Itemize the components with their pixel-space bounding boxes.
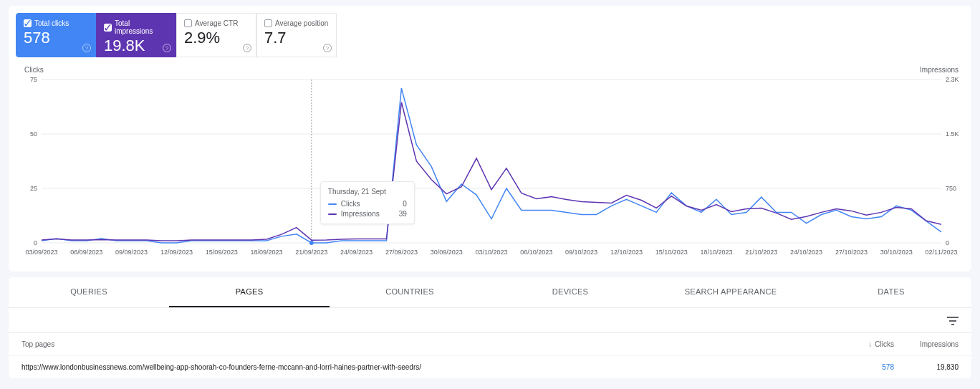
metric-label: Average CTR — [195, 19, 238, 27]
svg-text:06/09/2023: 06/09/2023 — [70, 249, 102, 256]
svg-text:18/10/2023: 18/10/2023 — [700, 249, 732, 256]
performance-chart[interactable]: 0025750501.5K752.3K03/09/202306/09/20230… — [21, 74, 967, 259]
svg-text:03/09/2023: 03/09/2023 — [25, 249, 57, 256]
help-icon[interactable]: ? — [163, 44, 171, 52]
filter-icon[interactable] — [947, 317, 959, 328]
metric-value: 578 — [24, 30, 88, 46]
svg-text:15/10/2023: 15/10/2023 — [655, 249, 688, 256]
tab-dates[interactable]: DATES — [811, 277, 971, 307]
svg-text:06/10/2023: 06/10/2023 — [520, 249, 552, 256]
checkbox-icon — [264, 19, 272, 27]
tab-countries[interactable]: COUNTRIES — [330, 277, 490, 307]
svg-text:24/09/2023: 24/09/2023 — [340, 249, 373, 256]
column-header-impressions[interactable]: Impressions — [894, 340, 959, 348]
column-header-page: Top pages — [21, 340, 830, 348]
svg-text:0: 0 — [946, 239, 949, 246]
svg-text:09/09/2023: 09/09/2023 — [115, 249, 148, 256]
svg-text:03/10/2023: 03/10/2023 — [475, 249, 507, 256]
sort-desc-icon: ↓ — [868, 340, 872, 348]
impressions-swatch-icon — [328, 213, 337, 215]
tooltip-clicks-value: 0 — [403, 200, 407, 208]
tooltip-impr-label: Impressions — [341, 210, 380, 218]
svg-text:30/09/2023: 30/09/2023 — [431, 249, 463, 256]
svg-text:21/09/2023: 21/09/2023 — [295, 249, 327, 256]
tab-search-appearance[interactable]: SEARCH APPEARANCE — [650, 277, 811, 307]
tooltip-date: Thursday, 21 Sept — [328, 188, 407, 196]
svg-text:24/10/2023: 24/10/2023 — [790, 249, 822, 256]
metric-label: Average position — [275, 19, 328, 27]
metric-average-position[interactable]: Average position 7.7 ? — [256, 13, 337, 57]
metric-value: 7.7 — [264, 30, 329, 46]
svg-point-34 — [309, 241, 314, 245]
svg-text:27/10/2023: 27/10/2023 — [835, 249, 868, 256]
svg-text:1.5K: 1.5K — [946, 130, 959, 138]
page-clicks-cell: 578 — [830, 363, 894, 371]
metric-total-clicks[interactable]: ✓ Total clicks 578 ? — [16, 13, 96, 57]
tooltip-impr-value: 39 — [399, 210, 407, 218]
table-row[interactable]: https://www.londonbusinessnews.com/wellb… — [9, 355, 971, 378]
check-icon: ✓ — [104, 24, 112, 32]
checkbox-icon — [184, 19, 192, 27]
svg-text:18/09/2023: 18/09/2023 — [250, 249, 282, 256]
tooltip-clicks-label: Clicks — [341, 200, 360, 208]
svg-text:21/10/2023: 21/10/2023 — [745, 249, 777, 256]
metric-label: Total impressions — [115, 19, 168, 35]
svg-text:30/10/2023: 30/10/2023 — [880, 249, 913, 256]
svg-text:0: 0 — [34, 239, 37, 246]
metric-label: Total clicks — [34, 19, 69, 27]
chart-tooltip: Thursday, 21 Sept Clicks 0 Impressions 3… — [320, 181, 415, 224]
metric-average-ctr[interactable]: Average CTR 2.9% ? — [176, 13, 256, 57]
help-icon[interactable]: ? — [243, 44, 251, 52]
dimension-tabs: QUERIES PAGES COUNTRIES DEVICES SEARCH A… — [9, 277, 971, 308]
svg-text:15/09/2023: 15/09/2023 — [206, 249, 238, 256]
help-icon[interactable]: ? — [323, 44, 332, 52]
tab-queries[interactable]: QUERIES — [9, 277, 169, 307]
y-axis-right-title: Impressions — [920, 66, 959, 74]
svg-text:2.3K: 2.3K — [946, 76, 959, 83]
y-axis-left-title: Clicks — [24, 66, 959, 74]
help-icon[interactable]: ? — [82, 44, 91, 52]
svg-text:50: 50 — [30, 130, 37, 138]
page-impr-cell: 19,830 — [894, 363, 959, 371]
metric-total-impressions[interactable]: ✓ Total impressions 19.8K ? — [96, 13, 176, 57]
tab-pages[interactable]: PAGES — [169, 277, 330, 307]
svg-text:75: 75 — [30, 76, 37, 83]
column-header-clicks[interactable]: ↓ Clicks — [830, 340, 894, 348]
svg-text:25: 25 — [30, 185, 37, 192]
svg-text:02/11/2023: 02/11/2023 — [925, 249, 957, 256]
check-icon: ✓ — [24, 19, 32, 27]
svg-text:27/09/2023: 27/09/2023 — [385, 249, 418, 256]
metric-value: 19.8K — [104, 38, 168, 54]
svg-text:12/09/2023: 12/09/2023 — [160, 249, 193, 256]
metric-value: 2.9% — [184, 30, 249, 46]
svg-text:750: 750 — [946, 185, 956, 192]
svg-text:09/10/2023: 09/10/2023 — [565, 249, 597, 256]
tab-devices[interactable]: DEVICES — [490, 277, 650, 307]
page-url-cell: https://www.londonbusinessnews.com/wellb… — [21, 363, 830, 371]
clicks-swatch-icon — [328, 203, 337, 205]
svg-text:12/10/2023: 12/10/2023 — [610, 249, 643, 256]
